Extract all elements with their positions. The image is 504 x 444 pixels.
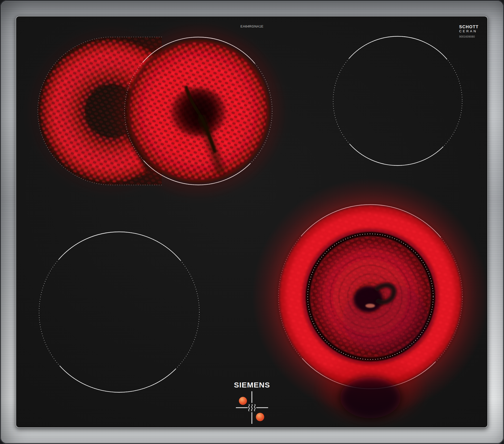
steam-icon bbox=[248, 404, 255, 411]
residual-heat-indicator bbox=[236, 391, 268, 424]
siemens-logo: SIEMENS bbox=[214, 381, 290, 389]
schott-logo-line2: CERAN bbox=[459, 30, 494, 33]
hot-zone-dot-rear bbox=[239, 397, 247, 405]
schott-ceran-logo: SCHOTT CERAN 9001609080 bbox=[459, 25, 494, 38]
zone-front-left-outline-dotted bbox=[39, 232, 199, 392]
glass-serial-number: 9001609080 bbox=[459, 35, 494, 38]
hot-zone-dot-front bbox=[256, 413, 264, 421]
zone-rear-right-outline-solid bbox=[333, 36, 462, 165]
zone-rear-right-outline-dotted bbox=[333, 36, 462, 165]
model-code-label: EA64RGNA1E bbox=[214, 24, 290, 28]
zone-front-right-connector-shadow bbox=[340, 377, 401, 418]
schott-logo-line1: SCHOTT bbox=[459, 25, 494, 29]
zone-front-left-outline bbox=[39, 232, 199, 392]
zone-rear-left-dual-glowing bbox=[38, 36, 273, 186]
cooking-zones-graphic bbox=[0, 0, 504, 444]
zone-rear-right-outline bbox=[333, 36, 462, 165]
zone-front-left-outline-solid bbox=[39, 232, 199, 392]
cooktop-product-image: EA64RGNA1E SCHOTT CERAN 9001609080 SIEME… bbox=[0, 0, 504, 444]
